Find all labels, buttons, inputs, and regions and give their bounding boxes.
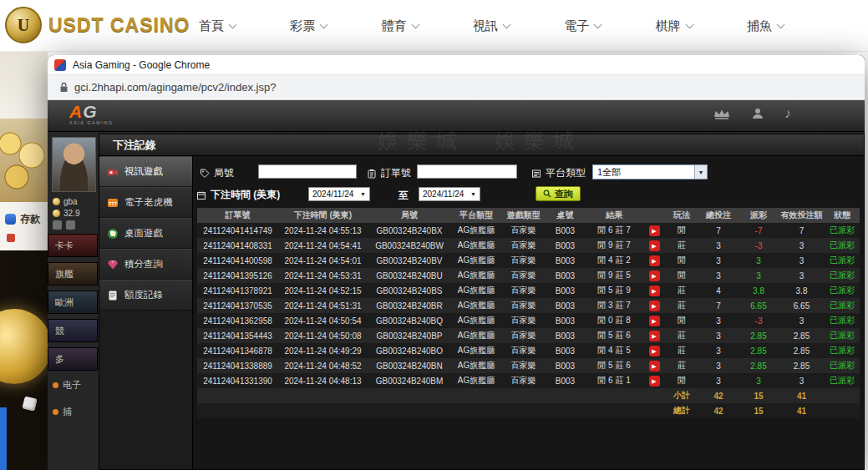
gem-icon [107, 259, 119, 270]
history-icon[interactable] [66, 220, 75, 230]
vip-crown-icon[interactable] [713, 108, 731, 120]
date-from-select[interactable]: 2024/11/24 ▼ [308, 187, 370, 201]
play-video-button[interactable]: ▶ [649, 346, 660, 356]
cell-status: 已派彩 [825, 343, 860, 358]
balance-value: 32.9 [63, 209, 79, 218]
sidebar-item-table-games[interactable]: 桌面遊戲 [99, 218, 192, 249]
cell-round: GB00324B240BU [368, 268, 451, 283]
cell-round: GB00324B240BN [368, 358, 451, 373]
nav-item-live[interactable]: 視訊 [473, 18, 510, 34]
cell-payout: 3.8 [739, 283, 779, 298]
nav-item-sports[interactable]: 體育 [382, 18, 419, 34]
col-total-bet: 總投注 [698, 208, 739, 223]
cell-time: 2024-11-24 04:55:13 [278, 223, 368, 238]
tag-icon [200, 169, 210, 179]
cell-payout: -7 [739, 223, 779, 238]
nav-item-lottery[interactable]: 彩票 [290, 18, 327, 34]
empty-cell [197, 403, 665, 418]
play-video-button[interactable]: ▶ [649, 301, 660, 311]
hall-tile-flagship[interactable]: 旗艦 [48, 262, 98, 286]
query-button-label: 查詢 [555, 188, 573, 200]
cell-table_no: B003 [546, 313, 585, 328]
chevron-down-icon [503, 21, 511, 29]
cell-play: ▶ [643, 283, 665, 298]
category-fishing[interactable]: 捕 [53, 406, 72, 418]
cell-platform: AG旗艦廳 [451, 313, 501, 328]
round-input[interactable] [258, 164, 357, 179]
url-bar[interactable]: gci.2hhapi.com/agingame/pcv2/index.jsp? [48, 75, 865, 100]
cell-game: 百家樂 [501, 298, 546, 313]
to-label: 至 [398, 189, 409, 203]
sidebar-item-credit-records[interactable]: 額度記錄 [99, 280, 192, 311]
site-topbar: U USDT CASINO 首頁 彩票 體育 視訊 電子 棋牌 捕魚 [0, 0, 868, 52]
date-to-select[interactable]: 2024/11/24 ▼ [419, 187, 480, 201]
cell-platform: AG旗艦廳 [451, 343, 501, 358]
play-video-button[interactable]: ▶ [649, 240, 660, 251]
cell-result: 閒 5 莊 6 [585, 358, 643, 373]
play-video-button[interactable]: ▶ [649, 361, 660, 371]
window-titlebar[interactable]: Asia Gaming - Google Chrome [48, 55, 865, 75]
hall-tile-cagayan[interactable]: 卡卡 [48, 234, 98, 257]
cell-table_no: B003 [546, 298, 585, 313]
hall-tile-jingmi[interactable]: 競 [48, 319, 98, 342]
category-label: 电子 [63, 379, 81, 392]
sidebar-item-slots[interactable]: 777 電子老虎機 [99, 187, 192, 218]
nav-item-cards[interactable]: 棋牌 [656, 18, 693, 34]
cell-bet: 3 [698, 328, 739, 343]
cell-valid: 3.8 [779, 283, 825, 298]
cell-status: 已派彩 [825, 298, 860, 313]
category-slots[interactable]: 电子 [53, 379, 81, 392]
music-icon[interactable]: ♪ [784, 107, 791, 120]
hot-icon [53, 382, 58, 388]
col-order: 訂單號 [197, 208, 278, 223]
user-quick-icons [53, 220, 75, 230]
cell-platform: AG旗艦廳 [451, 238, 501, 253]
asia-gaming-favicon [54, 59, 66, 71]
hall-tile-multi[interactable]: 多 [48, 347, 98, 371]
nav-label: 棋牌 [656, 18, 681, 34]
deposit-shortcut[interactable]: 存款 [5, 212, 40, 226]
customer-service-icon[interactable] [751, 107, 764, 120]
order-input[interactable] [417, 164, 517, 179]
total-label: 總計 [665, 403, 698, 418]
chevron-down-icon [320, 21, 328, 29]
platform-select[interactable]: 1全部 ▼ [592, 164, 708, 179]
site-brand-name: USDT CASINO [48, 14, 190, 37]
nav-item-home[interactable]: 首頁 [199, 18, 236, 34]
cell-bet: 3 [698, 253, 739, 268]
cell-result: 閒 4 莊 2 [585, 253, 643, 268]
cell-valid: 3 [779, 373, 825, 388]
sidebar-item-points-query[interactable]: 積分查詢 [99, 249, 192, 280]
sidebar-label: 額度記錄 [124, 289, 163, 301]
side-widget-strip[interactable] [0, 407, 7, 470]
play-video-button[interactable]: ▶ [649, 376, 660, 387]
table-row: 2411240413705352024-11-24 04:51:31GB0032… [197, 298, 860, 313]
chevron-down-icon [594, 21, 602, 29]
cell-order: 241124041354443 [197, 328, 278, 343]
nav-item-fishing[interactable]: 捕魚 [747, 18, 784, 34]
gold-coins-image [0, 119, 48, 202]
cell-platform: AG旗艦廳 [451, 223, 501, 238]
cell-order: 241124041346878 [197, 343, 278, 358]
total-bet: 42 [698, 403, 739, 418]
sidebar-item-live-games[interactable]: 視訊遊戲 [99, 156, 192, 187]
nav-label: 電子 [564, 18, 589, 34]
query-button[interactable]: 查詢 [536, 186, 581, 201]
play-video-button[interactable]: ▶ [649, 255, 660, 266]
platform-filter-label: 平台類型 [531, 166, 586, 180]
play-video-button[interactable]: ▶ [649, 286, 660, 296]
cell-order: 241124041395126 [197, 268, 278, 283]
cell-playtype: 莊 [665, 238, 698, 253]
calendar-icon [196, 190, 206, 200]
withdraw-icon[interactable] [7, 234, 15, 242]
play-video-button[interactable]: ▶ [649, 225, 660, 236]
sidebar-label: 電子老虎機 [124, 196, 173, 209]
dropdown-arrow-icon: ▼ [694, 165, 707, 179]
nav-item-slots[interactable]: 電子 [564, 18, 601, 34]
play-video-button[interactable]: ▶ [649, 331, 660, 341]
total-valid: 41 [779, 403, 825, 418]
play-video-button[interactable]: ▶ [649, 316, 660, 326]
play-video-button[interactable]: ▶ [649, 270, 660, 281]
wallet-icon[interactable] [53, 220, 62, 230]
hall-tile-europe[interactable]: 歐洲 [48, 291, 98, 314]
